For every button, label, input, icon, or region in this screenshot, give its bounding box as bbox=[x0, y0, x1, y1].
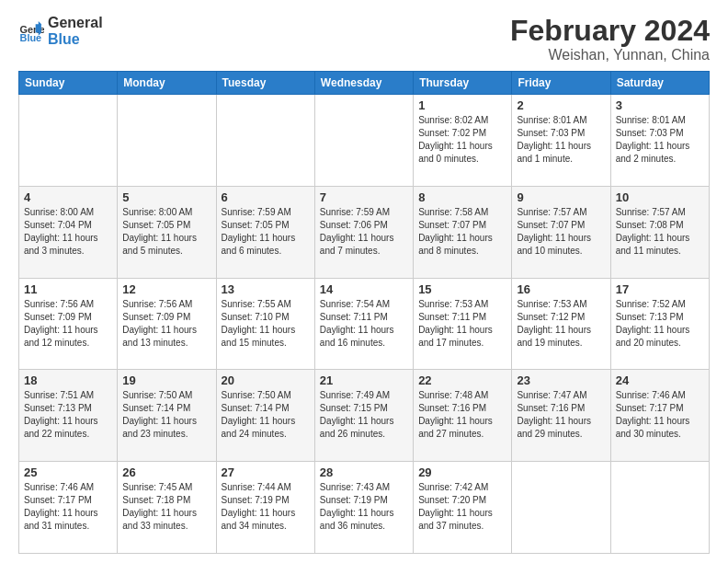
logo-general-text: General bbox=[48, 15, 103, 31]
day-info: Sunrise: 7:59 AMSunset: 7:06 PMDaylight:… bbox=[320, 206, 408, 258]
calendar-cell: 3Sunrise: 8:01 AMSunset: 7:03 PMDaylight… bbox=[610, 95, 709, 187]
day-info: Sunrise: 7:57 AMSunset: 7:07 PMDaylight:… bbox=[517, 206, 605, 258]
calendar-cell: 20Sunrise: 7:50 AMSunset: 7:14 PMDayligh… bbox=[216, 370, 314, 462]
page: General Blue General Blue February 2024 … bbox=[0, 0, 728, 563]
day-number: 6 bbox=[222, 190, 310, 204]
day-number: 7 bbox=[320, 190, 408, 204]
calendar-cell: 28Sunrise: 7:43 AMSunset: 7:19 PMDayligh… bbox=[314, 462, 413, 554]
calendar-cell: 15Sunrise: 7:53 AMSunset: 7:11 PMDayligh… bbox=[414, 278, 512, 370]
day-info: Sunrise: 7:53 AMSunset: 7:12 PMDaylight:… bbox=[517, 298, 605, 350]
calendar-cell: 19Sunrise: 7:50 AMSunset: 7:14 PMDayligh… bbox=[118, 370, 216, 462]
day-info: Sunrise: 8:02 AMSunset: 7:02 PMDaylight:… bbox=[418, 114, 506, 166]
calendar-week-row: 1Sunrise: 8:02 AMSunset: 7:02 PMDaylight… bbox=[19, 95, 710, 187]
day-number: 18 bbox=[24, 373, 112, 387]
calendar-week-row: 18Sunrise: 7:51 AMSunset: 7:13 PMDayligh… bbox=[19, 370, 710, 462]
calendar-week-row: 11Sunrise: 7:56 AMSunset: 7:09 PMDayligh… bbox=[19, 278, 710, 370]
calendar-cell bbox=[118, 95, 216, 187]
day-number: 10 bbox=[616, 190, 704, 204]
day-number: 11 bbox=[24, 282, 112, 296]
calendar-cell: 18Sunrise: 7:51 AMSunset: 7:13 PMDayligh… bbox=[19, 370, 118, 462]
day-info: Sunrise: 8:01 AMSunset: 7:03 PMDaylight:… bbox=[517, 114, 605, 166]
calendar-table: SundayMondayTuesdayWednesdayThursdayFrid… bbox=[18, 71, 710, 554]
calendar-cell bbox=[512, 462, 610, 554]
calendar-cell: 11Sunrise: 7:56 AMSunset: 7:09 PMDayligh… bbox=[19, 278, 118, 370]
logo: General Blue General Blue bbox=[18, 15, 103, 47]
day-number: 24 bbox=[616, 373, 704, 387]
day-number: 5 bbox=[122, 190, 210, 204]
calendar-cell bbox=[216, 95, 314, 187]
calendar-cell: 13Sunrise: 7:55 AMSunset: 7:10 PMDayligh… bbox=[216, 278, 314, 370]
day-number: 2 bbox=[517, 98, 605, 112]
calendar-cell: 9Sunrise: 7:57 AMSunset: 7:07 PMDaylight… bbox=[512, 186, 610, 278]
day-info: Sunrise: 8:01 AMSunset: 7:03 PMDaylight:… bbox=[616, 114, 704, 166]
calendar-header-cell: Wednesday bbox=[314, 72, 413, 95]
calendar-cell: 12Sunrise: 7:56 AMSunset: 7:09 PMDayligh… bbox=[118, 278, 216, 370]
calendar-cell: 17Sunrise: 7:52 AMSunset: 7:13 PMDayligh… bbox=[610, 278, 709, 370]
calendar-header-cell: Tuesday bbox=[216, 72, 314, 95]
calendar-cell: 25Sunrise: 7:46 AMSunset: 7:17 PMDayligh… bbox=[19, 462, 118, 554]
day-number: 20 bbox=[222, 373, 310, 387]
day-info: Sunrise: 7:52 AMSunset: 7:13 PMDaylight:… bbox=[616, 298, 704, 350]
calendar-cell bbox=[610, 462, 709, 554]
calendar-header-cell: Sunday bbox=[19, 72, 118, 95]
day-info: Sunrise: 7:49 AMSunset: 7:15 PMDaylight:… bbox=[320, 389, 408, 441]
calendar-cell: 16Sunrise: 7:53 AMSunset: 7:12 PMDayligh… bbox=[512, 278, 610, 370]
calendar-header-row: SundayMondayTuesdayWednesdayThursdayFrid… bbox=[19, 72, 710, 95]
calendar-header-cell: Thursday bbox=[414, 72, 512, 95]
calendar-header-cell: Friday bbox=[512, 72, 610, 95]
day-info: Sunrise: 7:44 AMSunset: 7:19 PMDaylight:… bbox=[222, 481, 310, 533]
calendar-cell: 6Sunrise: 7:59 AMSunset: 7:05 PMDaylight… bbox=[216, 186, 314, 278]
calendar-cell: 26Sunrise: 7:45 AMSunset: 7:18 PMDayligh… bbox=[118, 462, 216, 554]
day-number: 12 bbox=[122, 282, 210, 296]
day-info: Sunrise: 7:59 AMSunset: 7:05 PMDaylight:… bbox=[222, 206, 310, 258]
day-info: Sunrise: 7:55 AMSunset: 7:10 PMDaylight:… bbox=[222, 298, 310, 350]
day-info: Sunrise: 8:00 AMSunset: 7:05 PMDaylight:… bbox=[122, 206, 210, 258]
calendar-cell: 1Sunrise: 8:02 AMSunset: 7:02 PMDaylight… bbox=[414, 95, 512, 187]
day-info: Sunrise: 7:43 AMSunset: 7:19 PMDaylight:… bbox=[320, 481, 408, 533]
calendar-cell: 8Sunrise: 7:58 AMSunset: 7:07 PMDaylight… bbox=[414, 186, 512, 278]
day-info: Sunrise: 7:50 AMSunset: 7:14 PMDaylight:… bbox=[122, 389, 210, 441]
calendar-cell: 14Sunrise: 7:54 AMSunset: 7:11 PMDayligh… bbox=[314, 278, 413, 370]
calendar-cell: 7Sunrise: 7:59 AMSunset: 7:06 PMDaylight… bbox=[314, 186, 413, 278]
calendar-body: 1Sunrise: 8:02 AMSunset: 7:02 PMDaylight… bbox=[19, 95, 710, 554]
day-number: 27 bbox=[222, 465, 310, 479]
general-blue-logo-icon: General Blue bbox=[18, 18, 44, 44]
calendar-cell: 4Sunrise: 8:00 AMSunset: 7:04 PMDaylight… bbox=[19, 186, 118, 278]
day-info: Sunrise: 7:47 AMSunset: 7:16 PMDaylight:… bbox=[517, 389, 605, 441]
calendar-cell: 27Sunrise: 7:44 AMSunset: 7:19 PMDayligh… bbox=[216, 462, 314, 554]
main-title: February 2024 bbox=[510, 15, 710, 47]
calendar-cell: 22Sunrise: 7:48 AMSunset: 7:16 PMDayligh… bbox=[414, 370, 512, 462]
day-info: Sunrise: 7:48 AMSunset: 7:16 PMDaylight:… bbox=[418, 389, 506, 441]
subtitle: Weishan, Yunnan, China bbox=[510, 47, 710, 63]
day-number: 14 bbox=[320, 282, 408, 296]
day-info: Sunrise: 7:53 AMSunset: 7:11 PMDaylight:… bbox=[418, 298, 506, 350]
calendar-cell: 24Sunrise: 7:46 AMSunset: 7:17 PMDayligh… bbox=[610, 370, 709, 462]
day-info: Sunrise: 7:50 AMSunset: 7:14 PMDaylight:… bbox=[222, 389, 310, 441]
day-info: Sunrise: 7:46 AMSunset: 7:17 PMDaylight:… bbox=[24, 481, 112, 533]
calendar-cell: 21Sunrise: 7:49 AMSunset: 7:15 PMDayligh… bbox=[314, 370, 413, 462]
svg-text:Blue: Blue bbox=[20, 31, 42, 42]
day-info: Sunrise: 7:56 AMSunset: 7:09 PMDaylight:… bbox=[24, 298, 112, 350]
day-number: 15 bbox=[418, 282, 506, 296]
header: General Blue General Blue February 2024 … bbox=[18, 15, 710, 63]
calendar-cell: 2Sunrise: 8:01 AMSunset: 7:03 PMDaylight… bbox=[512, 95, 610, 187]
day-number: 21 bbox=[320, 373, 408, 387]
day-info: Sunrise: 8:00 AMSunset: 7:04 PMDaylight:… bbox=[24, 206, 112, 258]
day-info: Sunrise: 7:51 AMSunset: 7:13 PMDaylight:… bbox=[24, 389, 112, 441]
calendar-header-cell: Monday bbox=[118, 72, 216, 95]
calendar-week-row: 4Sunrise: 8:00 AMSunset: 7:04 PMDaylight… bbox=[19, 186, 710, 278]
day-number: 29 bbox=[418, 465, 506, 479]
day-info: Sunrise: 7:58 AMSunset: 7:07 PMDaylight:… bbox=[418, 206, 506, 258]
day-number: 19 bbox=[122, 373, 210, 387]
calendar-cell bbox=[314, 95, 413, 187]
day-number: 16 bbox=[517, 282, 605, 296]
calendar-cell: 5Sunrise: 8:00 AMSunset: 7:05 PMDaylight… bbox=[118, 186, 216, 278]
day-number: 3 bbox=[616, 98, 704, 112]
day-number: 4 bbox=[24, 190, 112, 204]
logo-blue-text: Blue bbox=[48, 31, 103, 48]
day-info: Sunrise: 7:42 AMSunset: 7:20 PMDaylight:… bbox=[418, 481, 506, 533]
day-number: 28 bbox=[320, 465, 408, 479]
day-info: Sunrise: 7:54 AMSunset: 7:11 PMDaylight:… bbox=[320, 298, 408, 350]
day-number: 25 bbox=[24, 465, 112, 479]
day-number: 17 bbox=[616, 282, 704, 296]
